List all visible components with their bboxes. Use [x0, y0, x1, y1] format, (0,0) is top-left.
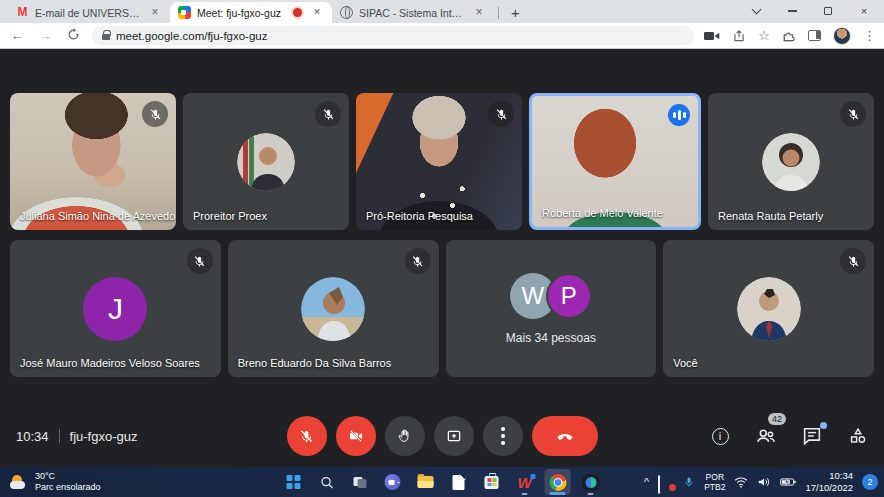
taskbar-search-button[interactable] — [314, 469, 340, 495]
kebab-icon — [501, 427, 505, 445]
start-button[interactable] — [281, 469, 307, 495]
windows-taskbar: 30°C Parc ensolarado W ^ POR PTB2 10:34 … — [0, 467, 884, 497]
hidden-icons-chevron[interactable]: ^ — [644, 476, 649, 488]
battery-icon[interactable] — [780, 477, 796, 487]
more-options-button[interactable] — [483, 416, 523, 456]
lock-icon[interactable] — [102, 34, 110, 40]
language-indicator[interactable]: POR PTB2 — [704, 472, 725, 492]
url-text[interactable]: meet.google.com/fju-fgxo-guz — [116, 30, 268, 42]
teams-chat-icon — [385, 474, 401, 490]
chat-button[interactable] — [800, 424, 824, 448]
document-icon — [453, 475, 465, 490]
browser-menu-icon[interactable]: ⋮ — [863, 28, 876, 43]
weather-sun-cloud-icon — [10, 475, 28, 489]
present-screen-button[interactable] — [434, 416, 474, 456]
mic-toggle-button[interactable] — [287, 416, 327, 456]
webex-button[interactable] — [578, 469, 604, 495]
weather-temperature: 30°C — [35, 471, 101, 482]
maximize-button[interactable] — [820, 3, 836, 19]
meet-icon — [178, 6, 191, 19]
tile-row-2: J José Mauro Madeiros Veloso Soares Bren… — [10, 240, 874, 377]
weather-widget[interactable]: 30°C Parc ensolarado — [0, 471, 101, 494]
microsoft-store-button[interactable] — [479, 469, 505, 495]
back-button[interactable]: ← — [8, 28, 26, 43]
tab-sipac[interactable]: SIPAC - Sistema Integrado de Pat × — [332, 2, 494, 23]
mic-muted-icon — [142, 101, 168, 127]
mic-muted-icon — [840, 101, 866, 127]
activities-button[interactable] — [846, 424, 870, 448]
store-icon — [485, 476, 499, 489]
tab-search-chevron-icon[interactable] — [748, 3, 764, 19]
chrome-icon — [549, 474, 566, 491]
close-tab-icon[interactable]: × — [310, 6, 324, 20]
address-bar[interactable]: meet.google.com/fju-fgxo-guz — [92, 26, 694, 45]
file-explorer-button[interactable] — [413, 469, 439, 495]
gmail-icon: M — [16, 6, 29, 19]
participant-tile-active-speaker[interactable]: Roberta de Melo Valente — [529, 93, 701, 230]
activities-icon — [847, 425, 869, 447]
meeting-details-button[interactable]: i — [708, 424, 732, 448]
share-icon[interactable] — [732, 29, 746, 43]
document-app-button[interactable] — [446, 469, 472, 495]
wifi-icon[interactable] — [734, 476, 748, 488]
participants-button[interactable]: 42 — [754, 424, 778, 448]
task-view-icon — [353, 477, 366, 488]
mic-muted-icon — [405, 248, 431, 274]
participant-name: Breno Eduardo Da Silva Barros — [238, 357, 391, 369]
tab-title: SIPAC - Sistema Integrado de Pat — [359, 7, 466, 19]
minimize-button[interactable] — [784, 3, 800, 19]
participant-count-badge: 42 — [768, 413, 786, 425]
language-code: POR — [704, 472, 725, 482]
screen-recorder-tray-icon[interactable] — [658, 476, 674, 489]
participant-name: Roberta de Melo Valente — [542, 207, 663, 219]
overflow-count-label: Mais 34 pessoas — [506, 331, 596, 345]
chrome-button[interactable] — [545, 469, 571, 495]
recording-dot — [669, 484, 676, 491]
raise-hand-button[interactable] — [385, 416, 425, 456]
microphone-tray-icon[interactable] — [683, 475, 695, 489]
participant-tile[interactable]: Pró-Reitoria Pesquisa — [356, 93, 522, 230]
participant-tile[interactable]: Renata Rauta Petarly — [708, 93, 874, 230]
wps-office-button[interactable]: W — [512, 469, 538, 495]
overflow-participants-tile[interactable]: W P Mais 34 pessoas — [446, 240, 657, 377]
recording-indicator-icon — [293, 8, 302, 17]
bookmark-star-icon[interactable]: ☆ — [758, 28, 770, 43]
close-window-button[interactable]: × — [856, 3, 872, 19]
tab-meet[interactable]: Meet: fju-fgxo-guz × — [170, 2, 332, 23]
participant-name: Renata Rauta Petarly — [718, 210, 823, 222]
chat-icon — [801, 425, 823, 447]
participant-tile[interactable]: Proreitor Proex — [183, 93, 349, 230]
new-tab-button[interactable]: + — [503, 4, 528, 23]
leave-call-button[interactable] — [532, 416, 598, 456]
meeting-control-bar: 10:34 fju-fgxo-guz i — [0, 405, 884, 467]
self-tile[interactable]: Você — [663, 240, 874, 377]
participant-tile[interactable]: Juliana Simão Nina de Azevedo — [10, 93, 176, 230]
tab-gmail[interactable]: M E-mail de UNIVERSIDADE FEDER × — [8, 2, 170, 23]
close-tab-icon[interactable]: × — [148, 6, 162, 20]
tab-title: Meet: fju-fgxo-guz — [197, 7, 287, 19]
close-tab-icon[interactable]: × — [472, 6, 486, 20]
volume-icon[interactable] — [757, 476, 771, 488]
extensions-puzzle-icon[interactable] — [782, 29, 796, 43]
camera-toggle-button[interactable] — [336, 416, 376, 456]
forward-button[interactable]: → — [36, 28, 54, 43]
participant-tile[interactable]: J José Mauro Madeiros Veloso Soares — [10, 240, 221, 377]
mic-muted-icon — [488, 101, 514, 127]
participant-name: Pró-Reitoria Pesquisa — [366, 210, 473, 222]
folder-icon — [418, 476, 434, 488]
reload-button[interactable] — [64, 28, 82, 44]
side-panel-icon[interactable] — [808, 30, 821, 41]
initial-avatar: J — [83, 277, 147, 341]
tab-separator — [498, 7, 499, 19]
notification-count-badge[interactable]: 2 — [862, 474, 878, 490]
mic-muted-icon — [840, 248, 866, 274]
clock-widget[interactable]: 10:34 17/10/2022 — [805, 470, 853, 494]
profile-avatar[interactable] — [833, 27, 851, 45]
participant-name: Proreitor Proex — [193, 210, 267, 222]
participant-tile[interactable]: Breno Eduardo Da Silva Barros — [228, 240, 439, 377]
chat-app-button[interactable] — [380, 469, 406, 495]
tab-camera-indicator-icon[interactable] — [704, 30, 720, 42]
task-view-button[interactable] — [347, 469, 373, 495]
windows-logo-icon — [287, 475, 301, 489]
meeting-clock: 10:34 — [16, 429, 49, 444]
